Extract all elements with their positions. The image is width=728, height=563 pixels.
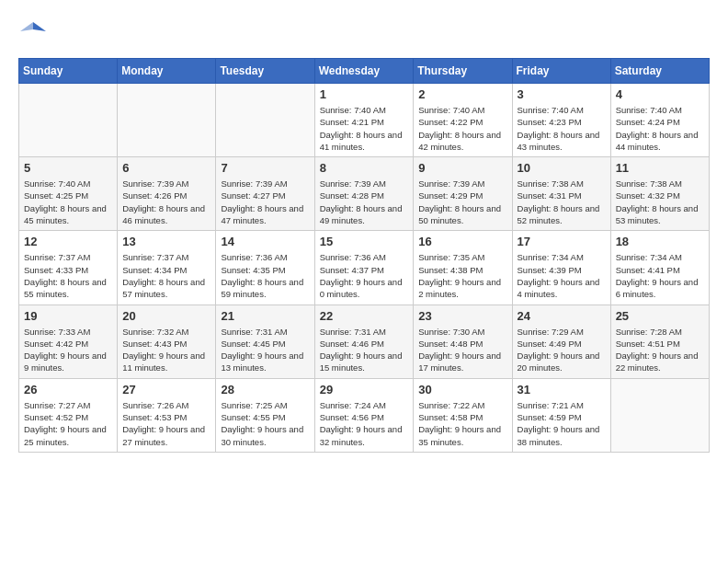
- day-info: Sunrise: 7:35 AMSunset: 4:38 PMDaylight:…: [418, 251, 506, 300]
- day-number: 1: [320, 87, 409, 101]
- calendar-table: SundayMondayTuesdayWednesdayThursdayFrid…: [18, 58, 710, 453]
- weekday-header-saturday: Saturday: [610, 59, 709, 84]
- day-number: 10: [518, 161, 606, 175]
- logo-general: [18, 31, 46, 47]
- day-number: 26: [24, 383, 112, 396]
- calendar-cell: 26Sunrise: 7:27 AMSunset: 4:52 PMDayligh…: [19, 378, 118, 452]
- calendar-cell: 6Sunrise: 7:39 AMSunset: 4:26 PMDaylight…: [118, 157, 216, 231]
- day-number: 30: [418, 383, 506, 396]
- calendar-week-3: 12Sunrise: 7:37 AMSunset: 4:33 PMDayligh…: [19, 231, 710, 304]
- day-number: 23: [418, 309, 506, 323]
- day-info: Sunrise: 7:38 AMSunset: 4:32 PMDaylight:…: [616, 178, 704, 226]
- weekday-header-wednesday: Wednesday: [314, 59, 414, 84]
- day-info: Sunrise: 7:39 AMSunset: 4:29 PMDaylight:…: [418, 178, 506, 226]
- day-number: 13: [122, 235, 210, 248]
- day-number: 3: [518, 87, 606, 101]
- day-number: 9: [418, 161, 506, 175]
- calendar-cell: 4Sunrise: 7:40 AMSunset: 4:24 PMDaylight…: [610, 84, 709, 157]
- day-number: 31: [518, 383, 606, 396]
- day-number: 11: [616, 161, 704, 175]
- day-info: Sunrise: 7:37 AMSunset: 4:33 PMDaylight:…: [24, 251, 112, 300]
- day-info: Sunrise: 7:36 AMSunset: 4:37 PMDaylight:…: [320, 251, 409, 300]
- calendar-week-5: 26Sunrise: 7:27 AMSunset: 4:52 PMDayligh…: [19, 378, 710, 452]
- calendar-cell: 15Sunrise: 7:36 AMSunset: 4:37 PMDayligh…: [314, 231, 414, 304]
- weekday-header-sunday: Sunday: [19, 59, 118, 84]
- day-number: 16: [418, 235, 506, 248]
- day-number: 20: [122, 309, 210, 323]
- day-number: 15: [320, 235, 409, 248]
- calendar-cell: 5Sunrise: 7:40 AMSunset: 4:25 PMDaylight…: [19, 157, 118, 231]
- day-info: Sunrise: 7:40 AMSunset: 4:24 PMDaylight:…: [616, 104, 704, 153]
- calendar-cell: 12Sunrise: 7:37 AMSunset: 4:33 PMDayligh…: [19, 231, 118, 304]
- day-info: Sunrise: 7:39 AMSunset: 4:26 PMDaylight:…: [122, 178, 210, 226]
- day-info: Sunrise: 7:24 AMSunset: 4:56 PMDaylight:…: [320, 399, 409, 448]
- day-number: 27: [122, 383, 210, 396]
- day-number: 6: [122, 161, 210, 175]
- weekday-header-monday: Monday: [118, 59, 216, 84]
- day-info: Sunrise: 7:38 AMSunset: 4:31 PMDaylight:…: [518, 178, 606, 226]
- day-number: 24: [518, 309, 606, 323]
- day-info: Sunrise: 7:25 AMSunset: 4:55 PMDaylight:…: [221, 399, 309, 448]
- calendar-cell: 7Sunrise: 7:39 AMSunset: 4:27 PMDaylight…: [216, 157, 314, 231]
- day-info: Sunrise: 7:34 AMSunset: 4:41 PMDaylight:…: [616, 251, 704, 300]
- calendar-cell: 23Sunrise: 7:30 AMSunset: 4:48 PMDayligh…: [414, 304, 512, 378]
- day-number: 12: [24, 235, 112, 248]
- weekday-header-friday: Friday: [512, 59, 610, 84]
- calendar-cell: 22Sunrise: 7:31 AMSunset: 4:46 PMDayligh…: [314, 304, 414, 378]
- day-info: Sunrise: 7:39 AMSunset: 4:27 PMDaylight:…: [221, 178, 309, 226]
- day-info: Sunrise: 7:31 AMSunset: 4:45 PMDaylight:…: [221, 326, 309, 374]
- day-info: Sunrise: 7:40 AMSunset: 4:25 PMDaylight:…: [24, 178, 112, 226]
- calendar-cell: 11Sunrise: 7:38 AMSunset: 4:32 PMDayligh…: [610, 157, 709, 231]
- day-number: 14: [221, 235, 309, 248]
- day-info: Sunrise: 7:21 AMSunset: 4:59 PMDaylight:…: [518, 399, 606, 448]
- calendar-week-1: 1Sunrise: 7:40 AMSunset: 4:21 PMDaylight…: [19, 84, 710, 157]
- page-header: [18, 18, 710, 49]
- day-number: 18: [616, 235, 704, 248]
- day-info: Sunrise: 7:40 AMSunset: 4:22 PMDaylight:…: [418, 104, 506, 153]
- calendar-cell: 3Sunrise: 7:40 AMSunset: 4:23 PMDaylight…: [512, 84, 610, 157]
- day-info: Sunrise: 7:31 AMSunset: 4:46 PMDaylight:…: [320, 326, 409, 374]
- day-info: Sunrise: 7:37 AMSunset: 4:34 PMDaylight:…: [122, 251, 210, 300]
- calendar-cell: 13Sunrise: 7:37 AMSunset: 4:34 PMDayligh…: [118, 231, 216, 304]
- svg-marker-0: [33, 22, 46, 31]
- day-info: Sunrise: 7:36 AMSunset: 4:35 PMDaylight:…: [221, 251, 309, 300]
- day-number: 4: [616, 87, 704, 101]
- day-info: Sunrise: 7:27 AMSunset: 4:52 PMDaylight:…: [24, 399, 112, 448]
- calendar-cell: 31Sunrise: 7:21 AMSunset: 4:59 PMDayligh…: [512, 378, 610, 452]
- logo-text: [18, 18, 46, 49]
- day-number: 8: [320, 161, 409, 175]
- day-number: 22: [320, 309, 409, 323]
- day-info: Sunrise: 7:26 AMSunset: 4:53 PMDaylight:…: [122, 399, 210, 448]
- calendar-cell: 28Sunrise: 7:25 AMSunset: 4:55 PMDayligh…: [216, 378, 314, 452]
- day-info: Sunrise: 7:29 AMSunset: 4:49 PMDaylight:…: [518, 326, 606, 374]
- day-info: Sunrise: 7:33 AMSunset: 4:42 PMDaylight:…: [24, 326, 112, 374]
- calendar-cell: 18Sunrise: 7:34 AMSunset: 4:41 PMDayligh…: [610, 231, 709, 304]
- day-info: Sunrise: 7:22 AMSunset: 4:58 PMDaylight:…: [418, 399, 506, 448]
- calendar-cell: 17Sunrise: 7:34 AMSunset: 4:39 PMDayligh…: [512, 231, 610, 304]
- calendar-cell: 16Sunrise: 7:35 AMSunset: 4:38 PMDayligh…: [414, 231, 512, 304]
- calendar-cell: 25Sunrise: 7:28 AMSunset: 4:51 PMDayligh…: [610, 304, 709, 378]
- calendar-week-2: 5Sunrise: 7:40 AMSunset: 4:25 PMDaylight…: [19, 157, 710, 231]
- calendar-cell: 9Sunrise: 7:39 AMSunset: 4:29 PMDaylight…: [414, 157, 512, 231]
- day-info: Sunrise: 7:32 AMSunset: 4:43 PMDaylight:…: [122, 326, 210, 374]
- day-info: Sunrise: 7:30 AMSunset: 4:48 PMDaylight:…: [418, 326, 506, 374]
- day-number: 25: [616, 309, 704, 323]
- calendar-cell: 30Sunrise: 7:22 AMSunset: 4:58 PMDayligh…: [414, 378, 512, 452]
- day-number: 28: [221, 383, 309, 396]
- day-number: 5: [24, 161, 112, 175]
- calendar-header-row: SundayMondayTuesdayWednesdayThursdayFrid…: [19, 59, 710, 84]
- calendar-cell: 8Sunrise: 7:39 AMSunset: 4:28 PMDaylight…: [314, 157, 414, 231]
- calendar-cell: [118, 84, 216, 157]
- day-info: Sunrise: 7:40 AMSunset: 4:23 PMDaylight:…: [518, 104, 606, 153]
- logo-bird-icon: [20, 18, 46, 44]
- calendar-cell: 27Sunrise: 7:26 AMSunset: 4:53 PMDayligh…: [118, 378, 216, 452]
- calendar-cell: 14Sunrise: 7:36 AMSunset: 4:35 PMDayligh…: [216, 231, 314, 304]
- calendar-cell: 29Sunrise: 7:24 AMSunset: 4:56 PMDayligh…: [314, 378, 414, 452]
- day-number: 7: [221, 161, 309, 175]
- calendar-cell: [610, 378, 709, 452]
- day-info: Sunrise: 7:34 AMSunset: 4:39 PMDaylight:…: [518, 251, 606, 300]
- day-number: 21: [221, 309, 309, 323]
- calendar-cell: 19Sunrise: 7:33 AMSunset: 4:42 PMDayligh…: [19, 304, 118, 378]
- day-number: 17: [518, 235, 606, 248]
- calendar-cell: 10Sunrise: 7:38 AMSunset: 4:31 PMDayligh…: [512, 157, 610, 231]
